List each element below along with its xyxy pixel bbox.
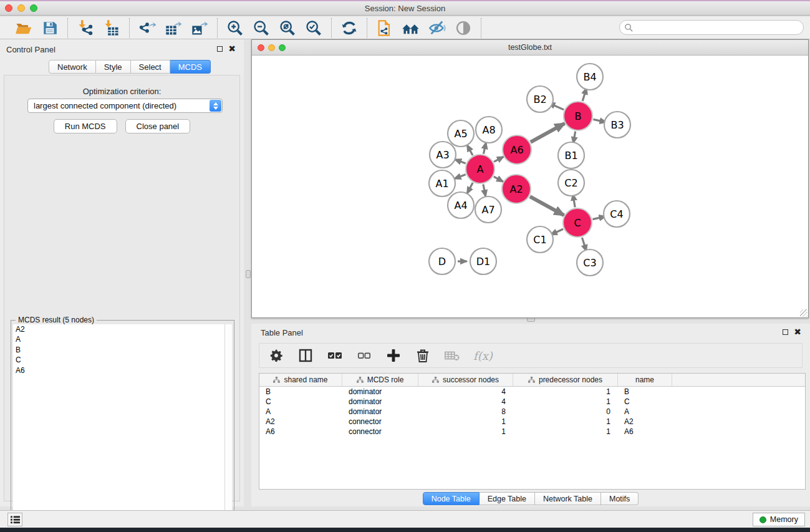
mcds-result-item[interactable]: B bbox=[13, 345, 224, 355]
tab-edge-table[interactable]: Edge Table bbox=[480, 492, 535, 505]
cell-predecessor: 0 bbox=[513, 407, 618, 417]
float-table-panel-icon[interactable] bbox=[783, 329, 788, 335]
desktop-edge bbox=[0, 528, 810, 532]
table-row[interactable]: A2connector11A2 bbox=[259, 417, 805, 427]
column-header-filler bbox=[672, 374, 805, 386]
graph-edge-A2-C[interactable] bbox=[530, 196, 564, 215]
table-header-row: shared nameMCDS rolesuccessor nodesprede… bbox=[259, 374, 805, 387]
save-session-icon[interactable] bbox=[41, 19, 59, 37]
select-all-icon[interactable] bbox=[327, 347, 343, 364]
list-icon bbox=[11, 515, 20, 524]
tab-network-table[interactable]: Network Table bbox=[535, 492, 601, 505]
delete-column-icon[interactable] bbox=[415, 347, 431, 364]
column-type-icon bbox=[357, 377, 364, 384]
tab-node-table[interactable]: Node Table bbox=[423, 492, 480, 505]
column-visibility-icon[interactable] bbox=[297, 347, 314, 364]
deselect-all-icon[interactable] bbox=[356, 347, 372, 364]
graph-edge-A-A2[interactable] bbox=[494, 177, 503, 181]
hide-selected-icon[interactable] bbox=[428, 19, 446, 37]
column-header-name[interactable]: name bbox=[618, 374, 672, 386]
graph-edge-A-A5[interactable] bbox=[467, 145, 473, 155]
mcds-result-item[interactable]: A2 bbox=[13, 324, 224, 334]
cell-shared_name: A2 bbox=[259, 417, 342, 427]
mcds-result-list[interactable]: A2ABCA6 bbox=[13, 324, 224, 531]
column-header-successor-nodes[interactable]: successor nodes bbox=[418, 374, 513, 386]
network-window-titlebar[interactable]: testGlobe.txt bbox=[252, 40, 808, 56]
close-panel-icon[interactable]: ✖ bbox=[228, 46, 236, 52]
cell-successor: 8 bbox=[418, 407, 513, 417]
close-panel-button[interactable]: Close panel bbox=[125, 119, 191, 133]
graph-node-label: A4 bbox=[454, 200, 467, 211]
graph-edge-A-A3[interactable] bbox=[455, 159, 465, 163]
column-type-icon bbox=[432, 377, 439, 384]
graph-node-label: B4 bbox=[583, 71, 596, 83]
refresh-icon[interactable] bbox=[340, 19, 359, 37]
cell-mcds_role: connector bbox=[342, 417, 418, 427]
tab-mcds[interactable]: MCDS bbox=[170, 60, 211, 74]
mcds-result-item[interactable]: C bbox=[13, 355, 224, 365]
run-mcds-button[interactable]: Run MCDS bbox=[54, 119, 117, 133]
table-panel: Table Panel ✖ f(x) shared nameMCDS roles… bbox=[251, 324, 810, 506]
optimization-criterion-label: Optimization criterion: bbox=[4, 87, 239, 96]
delete-table-icon[interactable] bbox=[444, 347, 460, 364]
graph-edge-A-A4[interactable] bbox=[467, 183, 473, 193]
first-neighbors-icon[interactable] bbox=[402, 19, 420, 37]
import-table-icon[interactable] bbox=[102, 19, 121, 37]
table-row[interactable]: Cdominator41C bbox=[259, 397, 805, 407]
cell-shared_name: A bbox=[259, 407, 342, 417]
node-table: shared nameMCDS rolesuccessor nodesprede… bbox=[259, 373, 806, 490]
mcds-result-item[interactable]: A6 bbox=[13, 365, 224, 375]
graph-edge-B-B1[interactable] bbox=[573, 132, 575, 143]
close-table-panel-icon[interactable]: ✖ bbox=[794, 329, 801, 335]
graph-edge-A-A1[interactable] bbox=[455, 175, 466, 179]
function-builder-icon[interactable]: f(x) bbox=[473, 349, 493, 362]
network-graph-canvas[interactable]: AA1A2A3A4A5A6A7A8BB1B2B3B4CC1C2C3C4DD1 bbox=[253, 56, 808, 317]
search-input[interactable] bbox=[619, 20, 804, 35]
zoom-selected-icon[interactable] bbox=[304, 19, 323, 37]
zoom-in-icon[interactable] bbox=[226, 19, 244, 37]
graph-node-label: C bbox=[574, 217, 581, 229]
zoom-fit-icon[interactable] bbox=[278, 19, 297, 37]
add-column-icon[interactable] bbox=[385, 347, 402, 364]
tab-network[interactable]: Network bbox=[49, 60, 96, 74]
vertical-divider-grip[interactable] bbox=[246, 270, 251, 278]
table-row[interactable]: A6connector11A6 bbox=[259, 427, 805, 437]
task-history-button[interactable] bbox=[7, 513, 22, 526]
graph-edge-C-C3[interactable] bbox=[582, 238, 586, 251]
column-header-MCDS-role[interactable]: MCDS role bbox=[342, 374, 418, 386]
export-table-icon[interactable] bbox=[164, 19, 183, 37]
graph-edge-A6-B[interactable] bbox=[531, 123, 565, 142]
graph-node-label: C3 bbox=[583, 257, 596, 269]
criterion-select[interactable]: largest connected component (directed) bbox=[27, 99, 223, 113]
graph-node-label: A8 bbox=[482, 124, 495, 136]
import-network-icon[interactable] bbox=[76, 19, 95, 37]
graph-edge-A-A6[interactable] bbox=[494, 157, 504, 162]
column-header-predecessor-nodes[interactable]: predecessor nodes bbox=[513, 374, 618, 386]
float-panel-icon[interactable] bbox=[217, 46, 223, 52]
graph-node-label: B bbox=[575, 110, 582, 122]
open-file-icon[interactable] bbox=[14, 19, 33, 37]
duplicate-network-icon[interactable] bbox=[375, 19, 394, 37]
table-row[interactable]: Adominator80A bbox=[259, 407, 805, 417]
zoom-out-icon[interactable] bbox=[252, 19, 271, 37]
memory-button[interactable]: Memory bbox=[753, 513, 805, 526]
window-resize-grip[interactable] bbox=[800, 309, 808, 317]
result-scrollbar[interactable] bbox=[224, 324, 232, 531]
mcds-result-item[interactable]: A bbox=[13, 334, 224, 344]
graph-node-label: C4 bbox=[610, 208, 623, 220]
column-header-shared-name[interactable]: shared name bbox=[259, 374, 342, 386]
cell-successor: 4 bbox=[418, 387, 513, 397]
export-image-icon[interactable] bbox=[190, 19, 209, 37]
show-all-icon[interactable] bbox=[454, 19, 473, 37]
cell-name: B bbox=[618, 387, 672, 397]
graph-edge-A-A8[interactable] bbox=[483, 142, 486, 153]
table-settings-icon[interactable] bbox=[268, 347, 284, 364]
cell-shared_name: B bbox=[259, 387, 342, 397]
tab-motifs[interactable]: Motifs bbox=[601, 492, 639, 505]
tab-select[interactable]: Select bbox=[131, 60, 170, 74]
export-network-icon[interactable] bbox=[138, 19, 157, 37]
tab-style[interactable]: Style bbox=[96, 60, 131, 74]
main-toolbar bbox=[0, 17, 810, 39]
graph-edge-A-A7[interactable] bbox=[483, 185, 486, 197]
table-row[interactable]: Bdominator41B bbox=[259, 387, 805, 397]
